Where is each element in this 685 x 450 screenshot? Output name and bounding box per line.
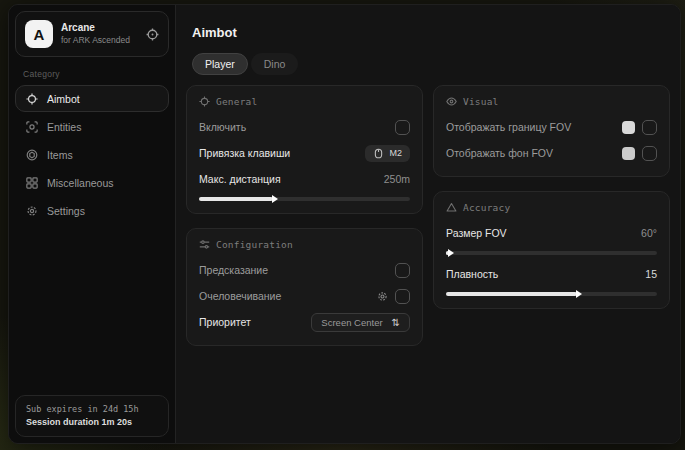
sidebar-item-label: Items bbox=[47, 149, 73, 161]
session-duration: Session duration 1m 20s bbox=[26, 416, 158, 430]
fov-size-label: Размер FOV bbox=[446, 227, 507, 239]
sidebar-item-settings[interactable]: Settings bbox=[15, 197, 169, 224]
humanization-checkbox[interactable] bbox=[395, 289, 410, 304]
keybind-label: Привязка клавиши bbox=[199, 147, 290, 159]
sidebar-item-label: Miscellaneous bbox=[47, 177, 114, 189]
fov-background-checkbox[interactable] bbox=[642, 146, 657, 161]
prediction-label: Предсказание bbox=[199, 264, 268, 276]
sliders-icon bbox=[199, 239, 210, 250]
grid-icon bbox=[26, 177, 38, 189]
tab-bar: Player Dino bbox=[192, 53, 670, 75]
crosshair-icon bbox=[26, 93, 38, 105]
sidebar-item-items[interactable]: Items bbox=[15, 141, 169, 168]
target-icon[interactable] bbox=[146, 28, 159, 41]
sidebar-item-label: Aimbot bbox=[47, 93, 80, 105]
fov-size-slider[interactable] bbox=[446, 251, 657, 255]
max-distance-slider[interactable] bbox=[199, 197, 410, 201]
card-visual: Visual Отображать границу FOV Отображать… bbox=[433, 85, 670, 177]
sidebar-nav: Aimbot Entities Items bbox=[15, 85, 169, 224]
main-panel: Aimbot Player Dino General bbox=[176, 5, 680, 443]
humanization-label: Очеловечивание bbox=[199, 290, 281, 302]
priority-value: Screen Center bbox=[321, 317, 382, 328]
sidebar-item-entities[interactable]: Entities bbox=[15, 113, 169, 140]
fov-border-checkbox[interactable] bbox=[642, 120, 657, 135]
page-title: Aimbot bbox=[192, 25, 670, 40]
sort-arrows-icon: ⇅ bbox=[392, 317, 400, 328]
tab-dino[interactable]: Dino bbox=[251, 53, 299, 75]
fov-background-label: Отображать фон FOV bbox=[446, 147, 553, 159]
card-configuration: Configuration Предсказание Очеловечивани… bbox=[186, 228, 423, 346]
slider-thumb[interactable] bbox=[576, 290, 582, 298]
priority-dropdown[interactable]: Screen Center ⇅ bbox=[311, 313, 410, 332]
gear-icon[interactable] bbox=[377, 291, 388, 302]
subscription-expiry: Sub expires in 24d 15h bbox=[26, 403, 158, 416]
app-tagline: for ARK Ascended bbox=[61, 35, 138, 46]
card-title: Visual bbox=[463, 96, 499, 107]
max-distance-label: Макс. дистанция bbox=[199, 173, 281, 185]
app-logo: A bbox=[25, 20, 53, 48]
sidebar-item-label: Settings bbox=[47, 205, 85, 217]
fov-size-value: 60° bbox=[641, 227, 657, 239]
fov-border-label: Отображать границу FOV bbox=[446, 121, 571, 133]
smoothness-value: 15 bbox=[645, 268, 657, 280]
smoothness-slider[interactable] bbox=[446, 292, 657, 296]
eye-icon bbox=[446, 96, 457, 107]
enable-label: Включить bbox=[199, 121, 246, 133]
max-distance-value: 250m bbox=[384, 173, 410, 185]
triangle-icon bbox=[446, 202, 457, 213]
app-name: Arcane bbox=[61, 22, 138, 35]
gear-icon bbox=[26, 205, 38, 217]
slider-thumb[interactable] bbox=[272, 195, 278, 203]
smoothness-label: Плавность bbox=[446, 268, 498, 280]
scan-icon bbox=[26, 121, 38, 133]
keybind-button[interactable]: M2 bbox=[365, 145, 410, 162]
items-icon bbox=[26, 149, 38, 161]
sidebar-item-label: Entities bbox=[47, 121, 81, 133]
brand-card: A Arcane for ARK Ascended bbox=[15, 11, 169, 57]
tab-player[interactable]: Player bbox=[192, 53, 248, 75]
sidebar: A Arcane for ARK Ascended Category bbox=[9, 5, 176, 443]
sidebar-item-miscellaneous[interactable]: Miscellaneous bbox=[15, 169, 169, 196]
prediction-checkbox[interactable] bbox=[395, 263, 410, 278]
card-title: Accuracy bbox=[463, 202, 510, 213]
enable-checkbox[interactable] bbox=[395, 120, 410, 135]
card-title: Configuration bbox=[216, 239, 293, 250]
sidebar-item-aimbot[interactable]: Aimbot bbox=[15, 85, 169, 112]
card-title: General bbox=[216, 96, 257, 107]
priority-label: Приоритет bbox=[199, 316, 251, 328]
session-info-card: Sub expires in 24d 15h Session duration … bbox=[15, 395, 169, 437]
app-window: A Arcane for ARK Ascended Category bbox=[8, 4, 681, 444]
fov-background-color-swatch[interactable] bbox=[622, 147, 635, 160]
mouse-icon bbox=[373, 148, 384, 159]
target-icon bbox=[199, 96, 210, 107]
card-general: General Включить Привязка клавиши bbox=[186, 85, 423, 214]
category-label: Category bbox=[23, 69, 161, 79]
card-accuracy: Accuracy Размер FOV 60° bbox=[433, 191, 670, 309]
keybind-value: M2 bbox=[389, 148, 402, 158]
slider-thumb[interactable] bbox=[448, 249, 454, 257]
fov-border-color-swatch[interactable] bbox=[622, 121, 635, 134]
